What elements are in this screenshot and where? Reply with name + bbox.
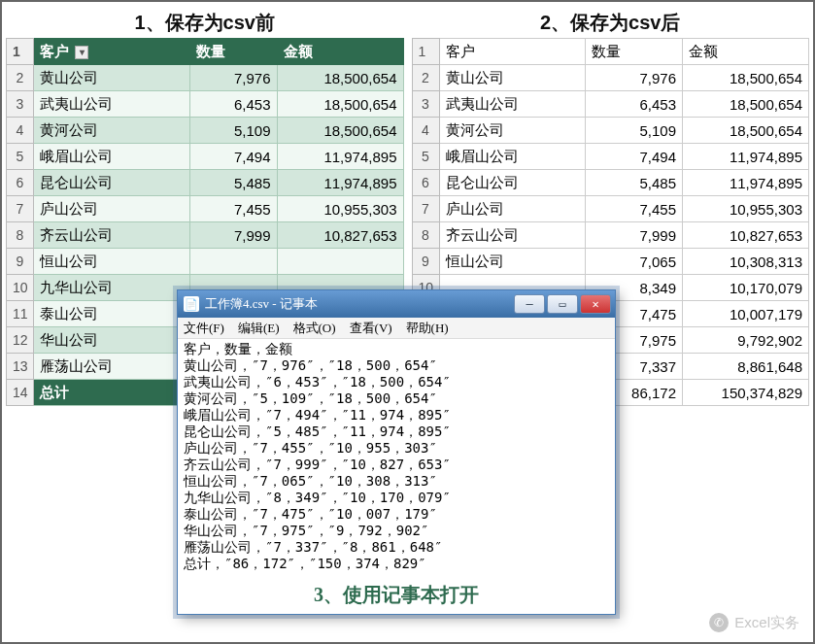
row-header[interactable]: 3 [7, 91, 34, 118]
cell-amount[interactable]: 10,955,303 [683, 196, 809, 222]
cell-amount[interactable]: 11,974,895 [683, 170, 809, 196]
cell-qty[interactable] [189, 249, 277, 275]
cell-amount[interactable]: 9,792,902 [683, 327, 809, 354]
cell-customer[interactable]: 九华山公司 [34, 275, 190, 301]
cell-qty[interactable]: 7,999 [586, 222, 683, 249]
cell-customer[interactable]: 庐山公司 [439, 196, 586, 222]
row-header[interactable]: 1 [412, 39, 439, 65]
cell-amount[interactable]: 18,500,654 [277, 65, 403, 91]
cell-qty[interactable]: 7,999 [189, 222, 277, 249]
row-header[interactable]: 14 [7, 380, 34, 406]
menu-help[interactable]: 帮助(H) [406, 320, 449, 337]
menu-file[interactable]: 文件(F) [184, 320, 224, 337]
cell-qty[interactable]: 7,494 [586, 144, 683, 170]
minimize-button[interactable]: — [514, 294, 545, 314]
notepad-text-area[interactable]: 客户，数量，金额 黄山公司，″7，976″，″18，500，654″ 武夷山公司… [178, 339, 615, 578]
row-header[interactable]: 5 [7, 144, 34, 170]
row-header[interactable]: 10 [7, 275, 34, 301]
cell-amount[interactable]: 10,170,079 [683, 275, 809, 301]
close-button[interactable]: ✕ [580, 294, 611, 314]
notepad-window[interactable]: 📄 工作簿4.csv - 记事本 — ▭ ✕ 文件(F) 编辑(E) 格式(O)… [177, 289, 616, 615]
col-header-qty[interactable]: 数量 [189, 39, 277, 65]
cell-customer[interactable]: 昆仑山公司 [439, 170, 586, 196]
cell-amount[interactable]: 10,827,653 [277, 222, 403, 249]
col-header-amount[interactable]: 金额 [277, 39, 403, 65]
title-notepad: 3、使用记事本打开 [178, 578, 615, 614]
col-header-qty[interactable]: 数量 [586, 39, 683, 65]
cell-qty[interactable]: 7,455 [586, 196, 683, 222]
cell-qty[interactable]: 5,485 [189, 170, 277, 196]
cell-customer[interactable]: 黄河公司 [34, 118, 190, 144]
cell-customer[interactable]: 齐云山公司 [439, 222, 586, 249]
row-header[interactable]: 7 [412, 196, 439, 222]
cell-customer[interactable]: 泰山公司 [34, 301, 190, 327]
menu-view[interactable]: 查看(V) [350, 320, 392, 337]
cell-amount[interactable]: 10,308,313 [683, 249, 809, 275]
cell-qty[interactable]: 7,065 [586, 249, 683, 275]
cell-qty[interactable]: 5,485 [586, 170, 683, 196]
col-header-amount[interactable]: 金额 [683, 39, 809, 65]
cell-amount[interactable]: 8,861,648 [683, 354, 809, 380]
filter-dropdown-icon[interactable]: ▾ [75, 46, 88, 59]
col-header-customer[interactable]: 客户 [439, 39, 586, 65]
cell-amount[interactable]: 10,955,303 [277, 196, 403, 222]
cell-amount[interactable]: 18,500,654 [683, 118, 809, 144]
row-header[interactable]: 1 [7, 39, 34, 65]
cell-qty[interactable]: 7,455 [189, 196, 277, 222]
row-header[interactable]: 12 [7, 327, 34, 354]
row-header[interactable]: 2 [412, 65, 439, 91]
row-header[interactable]: 7 [7, 196, 34, 222]
cell-qty[interactable]: 6,453 [586, 91, 683, 118]
cell-amount[interactable]: 18,500,654 [277, 91, 403, 118]
cell-qty[interactable]: 5,109 [189, 118, 277, 144]
cell-qty[interactable]: 7,494 [189, 144, 277, 170]
col-header-customer[interactable]: 客户▾ [34, 39, 190, 65]
cell-customer[interactable]: 峨眉山公司 [439, 144, 586, 170]
cell-customer[interactable]: 恒山公司 [34, 249, 190, 275]
row-header[interactable]: 4 [7, 118, 34, 144]
cell-amount[interactable]: 11,974,895 [277, 170, 403, 196]
cell-amount[interactable]: 150,374,829 [683, 380, 809, 406]
menu-edit[interactable]: 编辑(E) [238, 320, 280, 337]
cell-customer[interactable]: 黄山公司 [34, 65, 190, 91]
cell-customer[interactable]: 武夷山公司 [439, 91, 586, 118]
row-header[interactable]: 5 [412, 144, 439, 170]
notepad-titlebar[interactable]: 📄 工作簿4.csv - 记事本 — ▭ ✕ [178, 290, 615, 318]
row-header[interactable]: 9 [7, 249, 34, 275]
row-header[interactable]: 8 [412, 222, 439, 249]
cell-amount[interactable]: 11,974,895 [277, 144, 403, 170]
cell-customer[interactable]: 峨眉山公司 [34, 144, 190, 170]
row-header[interactable]: 2 [7, 65, 34, 91]
row-header[interactable]: 11 [7, 301, 34, 327]
cell-amount[interactable] [277, 249, 403, 275]
cell-customer[interactable]: 雁荡山公司 [34, 354, 190, 380]
cell-amount[interactable]: 18,500,654 [277, 118, 403, 144]
row-header[interactable]: 6 [7, 170, 34, 196]
cell-amount[interactable]: 18,500,654 [683, 65, 809, 91]
cell-amount[interactable]: 18,500,654 [683, 91, 809, 118]
cell-amount[interactable]: 11,974,895 [683, 144, 809, 170]
cell-customer[interactable]: 武夷山公司 [34, 91, 190, 118]
cell-amount[interactable]: 10,827,653 [683, 222, 809, 249]
cell-customer[interactable]: 齐云山公司 [34, 222, 190, 249]
cell-qty[interactable]: 7,976 [189, 65, 277, 91]
cell-qty[interactable]: 6,453 [189, 91, 277, 118]
maximize-button[interactable]: ▭ [547, 294, 578, 314]
cell-customer[interactable]: 总计 [34, 380, 190, 406]
cell-qty[interactable]: 5,109 [586, 118, 683, 144]
cell-customer[interactable]: 庐山公司 [34, 196, 190, 222]
row-header[interactable]: 3 [412, 91, 439, 118]
row-header[interactable]: 8 [7, 222, 34, 249]
row-header[interactable]: 9 [412, 249, 439, 275]
cell-customer[interactable]: 黄河公司 [439, 118, 586, 144]
row-header[interactable]: 6 [412, 170, 439, 196]
menu-format[interactable]: 格式(O) [293, 320, 336, 337]
cell-amount[interactable]: 10,007,179 [683, 301, 809, 327]
cell-customer[interactable]: 华山公司 [34, 327, 190, 354]
cell-customer[interactable]: 昆仑山公司 [34, 170, 190, 196]
cell-customer[interactable]: 恒山公司 [439, 249, 586, 275]
row-header[interactable]: 4 [412, 118, 439, 144]
cell-customer[interactable]: 黄山公司 [439, 65, 586, 91]
cell-qty[interactable]: 7,976 [586, 65, 683, 91]
row-header[interactable]: 13 [7, 354, 34, 380]
